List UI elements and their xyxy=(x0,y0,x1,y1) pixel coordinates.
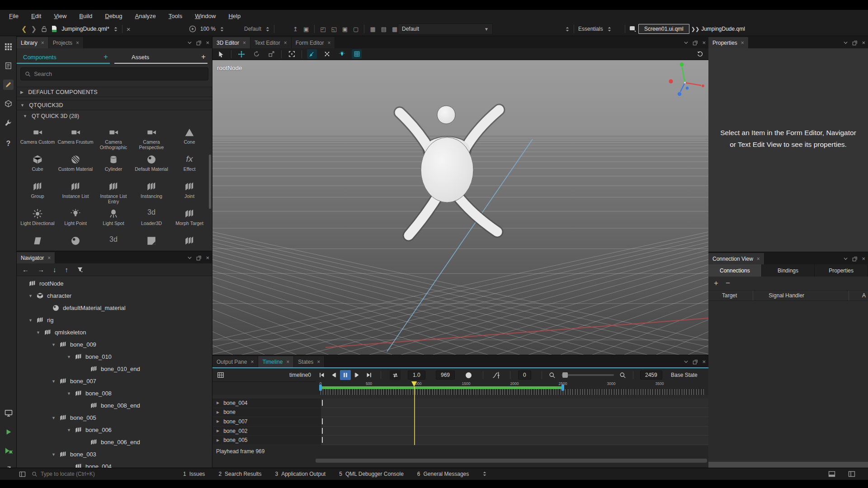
menu-analyze[interactable]: Analyze xyxy=(129,11,162,21)
playhead-line[interactable] xyxy=(414,387,415,445)
tab-projects[interactable]: Projects× xyxy=(49,37,84,48)
component-effect[interactable]: fxEffect xyxy=(170,151,208,178)
keyframe-marker[interactable] xyxy=(322,418,323,424)
playback-rate-field[interactable]: 1.0 xyxy=(408,371,425,380)
anchor-top-left-icon[interactable]: ◰ xyxy=(320,26,326,32)
collapse-panel-icon[interactable] xyxy=(684,40,689,45)
rotate-tool-icon[interactable] xyxy=(251,49,261,59)
close-icon[interactable]: × xyxy=(317,359,320,365)
menu-help[interactable]: Help xyxy=(222,11,247,21)
section-qtquick3d[interactable]: ▼ QTQUICK3D xyxy=(17,100,212,110)
record-icon[interactable] xyxy=(466,372,472,378)
menu-build[interactable]: Build xyxy=(73,11,99,21)
connection-view-scrollbar[interactable] xyxy=(708,462,868,468)
locator-input[interactable] xyxy=(41,471,122,477)
component-light-spot[interactable]: Light Spot xyxy=(94,205,132,232)
collapse-panel-icon[interactable] xyxy=(187,40,192,45)
end-frame-field[interactable]: 2459 xyxy=(640,371,662,380)
float-panel-icon[interactable] xyxy=(196,255,202,261)
design-mode-icon[interactable] xyxy=(3,80,14,90)
tab-output-pane[interactable]: Output Pane× xyxy=(212,356,258,367)
close-icon[interactable]: × xyxy=(741,40,744,46)
collapse-panel-icon[interactable] xyxy=(684,359,689,364)
float-panel-icon[interactable] xyxy=(852,40,858,46)
expand-caret-icon[interactable]: ▶ xyxy=(217,419,219,423)
layout-rows-icon[interactable]: ▤ xyxy=(381,26,387,32)
toggle-sidebar-icon[interactable] xyxy=(19,471,26,477)
section-qtquick3d-group[interactable]: ▼ QT QUICK 3D (28) xyxy=(17,110,212,122)
component-instance-list-entry[interactable]: Instance List Entry xyxy=(94,178,132,205)
minimize-output-icon[interactable] xyxy=(828,471,835,477)
tab-connections[interactable]: Connections xyxy=(708,264,762,277)
tab-timeline[interactable]: Timeline× xyxy=(258,356,294,367)
close-icon[interactable]: × xyxy=(286,359,289,365)
track-row-bone[interactable]: ▶bone xyxy=(212,408,708,418)
component-default-material[interactable]: Default Material xyxy=(132,151,170,178)
select-tool-icon[interactable] xyxy=(216,49,226,59)
close-panel-icon[interactable]: × xyxy=(206,39,209,46)
add-asset-icon[interactable]: + xyxy=(201,52,206,61)
reset-view-icon[interactable] xyxy=(695,49,705,59)
zoom-spinner-icon[interactable] xyxy=(220,26,224,32)
scale-tool-icon[interactable] xyxy=(266,49,276,59)
tree-item-bone-007[interactable]: ▼bone_007 xyxy=(17,375,212,387)
zoom-value-field[interactable]: 0 xyxy=(518,371,531,380)
component-camera-orthographic[interactable]: Camera Orthographic xyxy=(94,124,132,151)
collapse-panel-icon[interactable] xyxy=(187,255,192,260)
collapse-panel-icon[interactable] xyxy=(843,256,848,261)
float-panel-icon[interactable] xyxy=(693,40,698,46)
previous-keyframe-icon[interactable] xyxy=(328,370,339,380)
keyframe-marker[interactable] xyxy=(322,400,323,406)
tree-item-bone-009[interactable]: ▼bone_009 xyxy=(17,338,212,351)
float-panel-icon[interactable] xyxy=(693,359,698,365)
move-tool-icon[interactable] xyxy=(236,49,246,59)
fit-selected-icon[interactable] xyxy=(287,49,297,59)
component-camera-custom[interactable]: Camera Custom xyxy=(19,124,57,151)
expand-caret-icon[interactable]: ▶ xyxy=(217,429,219,433)
component-partial[interactable] xyxy=(132,232,170,245)
zoom-in-icon[interactable] xyxy=(619,372,626,379)
tab-text-editor[interactable]: Text Editor× xyxy=(250,37,292,48)
component-cube[interactable]: Cube xyxy=(19,151,57,178)
output-pane-spinner-icon[interactable] xyxy=(482,471,487,477)
projects-mode-icon[interactable] xyxy=(3,117,14,128)
component-camera-perspective[interactable]: Camera Perspective xyxy=(132,124,170,151)
library-search-input[interactable] xyxy=(34,71,204,77)
breadcrumb-parent[interactable]: Screen01.ui.qml xyxy=(638,24,689,34)
view-spinner-icon[interactable] xyxy=(565,26,570,32)
tree-item-character[interactable]: ▼character xyxy=(17,290,212,302)
component-morph-target[interactable]: Morph Target xyxy=(170,205,208,232)
camera-mode-icon[interactable] xyxy=(307,49,317,59)
tab-connection-view[interactable]: Connection View× xyxy=(708,253,764,264)
close-document-icon[interactable]: × xyxy=(127,25,131,33)
timeline-settings-icon[interactable] xyxy=(217,371,224,379)
tab-properties[interactable]: Properties× xyxy=(708,37,749,48)
output-qml-debugger-console[interactable]: 5QML Debugger Console xyxy=(339,471,404,477)
component-light-directional[interactable]: Light Directional xyxy=(19,205,57,232)
expanded-caret-icon[interactable]: ▼ xyxy=(51,343,56,347)
back-icon[interactable]: ❮ xyxy=(21,25,27,33)
float-panel-icon[interactable] xyxy=(852,256,858,262)
open-document-name[interactable]: JumpingDude.qml* xyxy=(61,26,109,32)
expanded-caret-icon[interactable]: ▼ xyxy=(28,318,33,323)
locator[interactable] xyxy=(32,471,138,477)
tree-item-bone-010[interactable]: ▼bone_010 xyxy=(17,351,212,363)
tab-components[interactable]: Components + xyxy=(17,48,114,66)
close-icon[interactable]: × xyxy=(47,255,51,261)
frame-icon[interactable]: ▣ xyxy=(303,26,309,32)
debug-run-button-icon[interactable] xyxy=(3,446,14,456)
edit-mode-icon[interactable] xyxy=(3,61,14,71)
expanded-caret-icon[interactable]: ▼ xyxy=(66,355,71,359)
component-custom-material[interactable]: Custom Material xyxy=(57,151,94,178)
to-start-icon[interactable] xyxy=(316,370,327,380)
collapse-panel-icon[interactable] xyxy=(843,40,848,45)
breadcrumb-current[interactable]: JumpingDude.qml xyxy=(701,26,745,32)
kit-selector-icon[interactable] xyxy=(3,408,14,418)
menu-file[interactable]: File xyxy=(3,11,25,21)
menu-debug[interactable]: Debug xyxy=(99,11,128,21)
track-row-bone-002[interactable]: ▶bone_002 xyxy=(212,427,708,436)
move-left-icon[interactable]: ← xyxy=(22,266,29,273)
component-partial[interactable] xyxy=(19,232,57,245)
tree-item-rootnode[interactable]: rootNode xyxy=(17,277,212,290)
close-icon[interactable]: × xyxy=(41,40,44,46)
